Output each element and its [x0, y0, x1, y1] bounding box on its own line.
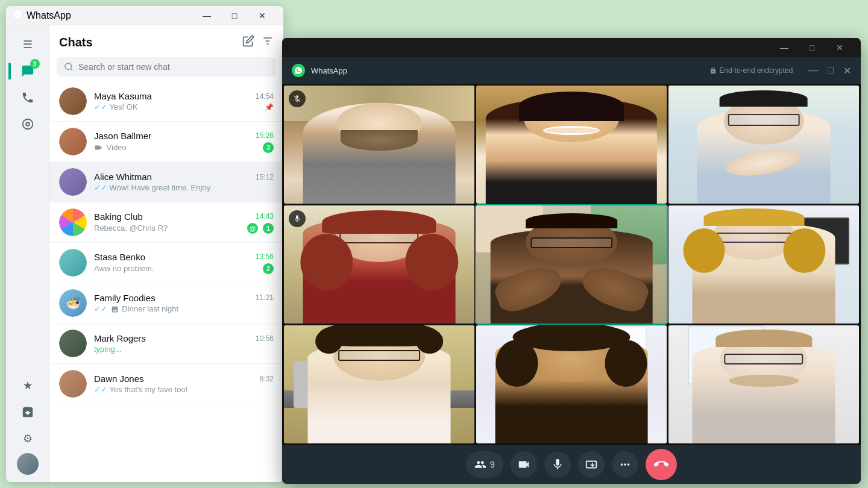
chat-panel: Chats	[49, 25, 283, 482]
chat-preview-family: ✓✓ Dinner last night	[94, 304, 274, 313]
chat-top-family: Family Foodies 11:21	[94, 293, 274, 303]
video-cell-7	[284, 325, 474, 443]
chat-info-baking: Baking Club 14:43 Rebecca: @Chris R? @ 1	[94, 211, 274, 234]
more-options-button[interactable]	[612, 451, 638, 478]
vc-header-win-controls: — □ ✕	[808, 65, 851, 77]
avatar-stasa	[59, 249, 87, 277]
vc-close-button[interactable]: ✕	[826, 38, 854, 57]
chat-item-dawn[interactable]: Dawn Jones 8:32 ✓✓ Yes that's my fave to…	[49, 364, 283, 404]
avatar-baking	[59, 208, 87, 236]
starred-nav-icon[interactable]: ★	[16, 374, 40, 398]
encrypted-indicator: End-to-end endcrypted	[709, 66, 793, 75]
chat-info-stasa: Stasa Benko 13:56 Aww no problem. 2	[94, 252, 274, 274]
chat-item-maya[interactable]: Maya Kasuma 14:54 ✓✓ Yes! OK 📌	[49, 81, 283, 122]
chat-time-jason: 15:26	[256, 131, 274, 140]
chat-top-stasa: Stasa Benko 13:56	[94, 252, 274, 262]
settings-nav-icon[interactable]: ⚙	[16, 427, 40, 451]
chat-info-maya: Maya Kasuma 14:54 ✓✓ Yes! OK 📌	[94, 91, 274, 111]
mute-icon-4	[289, 210, 306, 227]
mute-icon-1	[289, 90, 306, 107]
vc-header-minimize[interactable]: —	[808, 65, 818, 77]
video-cell-6	[668, 205, 859, 324]
chat-bottom-mark: typing...	[94, 345, 274, 354]
window-controls: — □ ✕	[193, 6, 276, 25]
vc-app-name: WhatsApp	[311, 66, 347, 75]
chat-bottom-jason: Video 3	[94, 142, 274, 153]
chat-top-baking: Baking Club 14:43	[94, 211, 274, 222]
chat-time-maya: 14:54	[256, 92, 274, 101]
archived-nav-icon[interactable]	[16, 400, 40, 424]
vc-maximize-button[interactable]: □	[798, 38, 826, 57]
unread-badge-stasa: 2	[263, 263, 274, 274]
chat-top-maya: Maya Kasuma 14:54	[94, 91, 274, 101]
avatar-jason	[59, 128, 87, 155]
video-cell-4	[284, 205, 474, 324]
chat-name-mark: Mark Rogers	[94, 333, 146, 343]
search-bar[interactable]	[57, 57, 276, 77]
vc-minimize-button[interactable]: —	[770, 38, 798, 57]
chat-info-dawn: Dawn Jones 8:32 ✓✓ Yes that's my fave to…	[94, 374, 274, 394]
chat-list: Maya Kasuma 14:54 ✓✓ Yes! OK 📌	[49, 81, 283, 482]
lock-icon	[709, 67, 717, 74]
status-nav-icon[interactable]	[16, 112, 40, 136]
maximize-button[interactable]: □	[221, 6, 248, 25]
microphone-button[interactable]	[544, 451, 571, 478]
camera-button[interactable]	[511, 451, 537, 478]
end-call-button[interactable]	[646, 449, 677, 480]
hamburger-menu-icon[interactable]: ☰	[16, 33, 40, 57]
chat-name-baking: Baking Club	[94, 211, 143, 222]
chat-preview-alice: ✓✓ Wow! Have great time. Enjoy.	[94, 183, 274, 192]
avatar-alice	[59, 168, 87, 196]
vc-app-header: WhatsApp End-to-end endcrypted — □ ✕	[282, 57, 861, 84]
calls-nav-icon[interactable]	[16, 86, 40, 110]
avatar-maya	[59, 87, 87, 115]
close-button[interactable]: ✕	[248, 6, 276, 25]
vc-header-maximize[interactable]: □	[828, 65, 834, 77]
main-body: ☰ 3 ★	[6, 25, 283, 482]
chat-header: Chats	[49, 25, 283, 57]
video-cell-2	[476, 86, 667, 204]
avatar-mark	[59, 330, 87, 357]
chat-header-icons	[242, 35, 274, 50]
chat-item-mark[interactable]: Mark Rogers 10:56 typing...	[49, 324, 283, 364]
video-cell-9	[668, 325, 859, 443]
end-call-icon	[651, 454, 671, 475]
svg-point-5	[65, 63, 72, 70]
video-call-window: — □ ✕ WhatsApp End-to-end endcrypted — □…	[282, 38, 861, 484]
chat-bottom-baking: Rebecca: @Chris R? @ 1	[94, 223, 274, 234]
chat-item-jason[interactable]: Jason Ballmer 15:26 Video 3	[49, 122, 283, 162]
chat-bottom-family: ✓✓ Dinner last night	[94, 304, 274, 313]
chat-preview-jason: Video	[94, 143, 260, 152]
compose-icon[interactable]	[242, 35, 254, 50]
chat-preview-stasa: Aww no problem.	[94, 264, 260, 273]
participants-icon	[474, 458, 486, 471]
chat-item-baking[interactable]: Baking Club 14:43 Rebecca: @Chris R? @ 1	[49, 202, 283, 243]
vc-controls-bar: 9	[282, 445, 861, 484]
chat-item-stasa[interactable]: Stasa Benko 13:56 Aww no problem. 2	[49, 243, 283, 283]
screen-share-button[interactable]	[578, 451, 605, 478]
chat-name-stasa: Stasa Benko	[94, 252, 145, 262]
minimize-button[interactable]: —	[193, 6, 221, 25]
chat-time-alice: 15:12	[256, 173, 274, 181]
search-input[interactable]	[78, 62, 269, 72]
chat-item-alice[interactable]: Alice Whitman 15:12 ✓✓ Wow! Have great t…	[49, 162, 283, 202]
chat-top-alice: Alice Whitman 15:12	[94, 172, 274, 182]
vc-win-controls: — □ ✕	[770, 38, 854, 57]
video-cell-3	[668, 86, 859, 204]
chat-name-family: Family Foodies	[94, 293, 156, 303]
chat-item-family[interactable]: 🍜 Family Foodies 11:21 ✓✓ Dinner last ni…	[49, 283, 283, 324]
chat-bottom-alice: ✓✓ Wow! Have great time. Enjoy.	[94, 183, 274, 192]
vc-app-logo	[292, 64, 305, 77]
participants-button[interactable]: 9	[466, 451, 503, 478]
video-cell-1	[284, 86, 474, 204]
filter-icon[interactable]	[262, 35, 274, 50]
chats-nav-icon[interactable]: 3	[16, 59, 40, 83]
chat-bottom-stasa: Aww no problem. 2	[94, 263, 274, 274]
chat-name-jason: Jason Ballmer	[94, 131, 151, 141]
chat-top-dawn: Dawn Jones 8:32	[94, 374, 274, 384]
vc-header-close[interactable]: ✕	[843, 65, 851, 77]
user-avatar[interactable]	[17, 453, 39, 475]
video-cell-5	[476, 205, 667, 324]
icon-sidebar: ☰ 3 ★	[6, 25, 49, 482]
avatar-dawn	[59, 370, 87, 398]
